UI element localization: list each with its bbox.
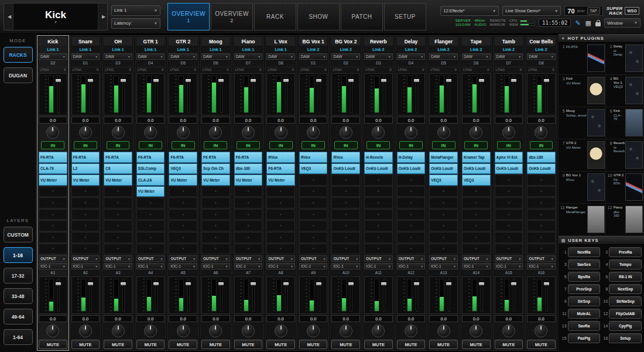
empty-plugin-slot[interactable]: + [495, 197, 523, 209]
output-fader-track[interactable] [446, 279, 451, 312]
input-fader-track[interactable] [56, 76, 61, 113]
empty-plugin-slot[interactable]: + [169, 186, 197, 197]
plugin-thumbnail[interactable] [587, 45, 605, 72]
input-gain-value[interactable]: 0.0 [364, 117, 393, 124]
input-on-button[interactable]: IN [269, 141, 293, 149]
input-gain-knob[interactable] [112, 126, 125, 139]
output-gain-value[interactable]: 0.0 [331, 315, 360, 322]
hot-plugin-slot[interactable]: 12 Piano dbx-160 [606, 204, 644, 236]
input-gain-knob[interactable] [275, 126, 287, 139]
input-gain-knob[interactable] [470, 126, 482, 139]
plugin-slot[interactable]: OnKb Loudr [429, 163, 458, 175]
empty-plugin-slot[interactable]: + [136, 209, 165, 220]
channel-name[interactable]: OH [104, 37, 132, 46]
edit-mode-icon[interactable]: ✎ [574, 20, 581, 26]
empty-plugin-slot[interactable]: + [201, 197, 230, 209]
output-gain-value[interactable]: 0.0 [429, 315, 458, 322]
empty-plugin-slot[interactable]: + [299, 197, 328, 209]
output-gain-knob[interactable] [372, 324, 385, 337]
empty-plugin-slot[interactable]: + [495, 186, 523, 197]
input-gain-knob[interactable] [307, 126, 320, 139]
empty-plugin-slot[interactable]: + [397, 175, 426, 186]
plugin-thumbnail[interactable] [625, 141, 643, 169]
plugin-thumbnail[interactable] [587, 141, 605, 169]
input-fader-handle[interactable] [414, 79, 419, 82]
input-fader-handle[interactable] [544, 79, 549, 82]
channel-name[interactable]: Tape [462, 37, 491, 46]
input-gain-knob[interactable] [177, 126, 190, 139]
output-device-dropdown[interactable]: IOC-1 ▼ [136, 263, 165, 269]
output-gain-value[interactable]: 0.0 [169, 315, 197, 322]
empty-plugin-slot[interactable]: + [104, 220, 132, 231]
output-gain-value[interactable]: 0.0 [397, 315, 426, 322]
channel-name[interactable]: BG Vox 2 [331, 37, 360, 46]
plugin-thumbnail[interactable] [625, 77, 643, 104]
empty-plugin-slot[interactable]: + [39, 232, 67, 243]
input-source-dropdown[interactable]: DAW ▼ [136, 53, 165, 60]
mute-button[interactable]: MUTE [462, 340, 491, 349]
tab-overview-2[interactable]: OVERVIEW 2 [211, 3, 253, 30]
mute-button[interactable]: MUTE [331, 340, 360, 349]
output-fader-handle[interactable] [381, 282, 386, 285]
empty-plugin-slot[interactable]: + [201, 209, 230, 220]
input-fader-handle[interactable] [446, 79, 451, 82]
output-section-header[interactable]: OUTPUT ▼ [364, 255, 393, 262]
output-gain-knob[interactable] [535, 324, 547, 337]
input-fader-handle[interactable] [316, 79, 321, 82]
lock-icon[interactable] [595, 22, 601, 26]
empty-plugin-slot[interactable]: + [201, 186, 230, 197]
input-fader-track[interactable] [88, 76, 93, 113]
input-fader-track[interactable] [381, 76, 386, 113]
input-source-dropdown[interactable]: DAW ▼ [331, 53, 360, 60]
session-dropdown[interactable]: Live Show Demo* ▼ [502, 6, 561, 16]
user-key-button[interactable]: PrevSnp [568, 284, 601, 294]
input-gain-value[interactable]: 0.0 [169, 117, 197, 124]
output-gain-knob[interactable] [177, 324, 190, 337]
channel-name[interactable]: Cow Bells [527, 37, 556, 46]
plugin-slot[interactable]: F6-RTA [169, 152, 197, 163]
output-gain-knob[interactable] [144, 324, 157, 337]
grid-view-icon[interactable]: ▦ [585, 20, 592, 26]
output-fader-track[interactable] [56, 279, 61, 312]
channel-name[interactable]: BG Vox 1 [299, 37, 328, 46]
output-gain-value[interactable]: 0.0 [527, 315, 556, 322]
empty-plugin-slot[interactable]: + [331, 197, 360, 209]
empty-plugin-slot[interactable]: + [462, 220, 491, 231]
empty-plugin-slot[interactable]: + [495, 244, 523, 255]
empty-plugin-slot[interactable]: + [462, 186, 491, 197]
input-gain-value[interactable]: 0.0 [331, 117, 360, 124]
empty-plugin-slot[interactable]: + [169, 232, 197, 243]
layer-49-64-button[interactable]: 49-64 [4, 309, 33, 324]
input-fader-track[interactable] [414, 76, 419, 113]
empty-plugin-slot[interactable]: + [39, 186, 67, 197]
output-gain-knob[interactable] [437, 324, 450, 337]
plugin-slot[interactable]: OnKb Loudr [364, 163, 393, 175]
user-key-button[interactable]: MuteAL [568, 309, 601, 319]
empty-plugin-slot[interactable]: + [266, 220, 295, 231]
input-gain-value[interactable]: 0.0 [462, 117, 491, 124]
output-gain-knob[interactable] [242, 324, 255, 337]
input-fader-track[interactable] [121, 76, 126, 113]
output-fader-track[interactable] [218, 279, 224, 312]
input-on-button[interactable]: IN [464, 141, 488, 149]
plugin-thumbnail[interactable] [625, 109, 643, 136]
output-device-dropdown[interactable]: IOC-1 ▼ [169, 263, 197, 269]
input-on-button[interactable]: IN [139, 141, 162, 149]
input-source-dropdown[interactable]: DAW ▼ [266, 53, 295, 60]
plugin-slot[interactable]: OnKb Loudr [462, 163, 491, 175]
output-fader-handle[interactable] [479, 282, 484, 285]
layer-1-16-button[interactable]: 1-16 [4, 247, 33, 263]
output-fader-handle[interactable] [316, 282, 321, 285]
channel-name[interactable]: Moog [201, 37, 230, 46]
plugin-slot[interactable]: VU Meter [201, 175, 230, 186]
plugin-thumbnail[interactable] [625, 173, 643, 201]
input-on-button[interactable]: IN [399, 141, 423, 149]
link-dropdown[interactable]: Link 1 ▼ [111, 5, 160, 16]
output-device-dropdown[interactable]: IOC-1 ▼ [364, 263, 393, 269]
channel-name[interactable]: Delay [397, 37, 426, 46]
output-gain-value[interactable]: 0.0 [364, 315, 393, 322]
input-gain-value[interactable]: 0.0 [527, 117, 556, 124]
empty-plugin-slot[interactable]: + [299, 244, 328, 255]
empty-plugin-slot[interactable]: + [495, 175, 523, 186]
user-key-button[interactable]: Setup [609, 333, 642, 343]
